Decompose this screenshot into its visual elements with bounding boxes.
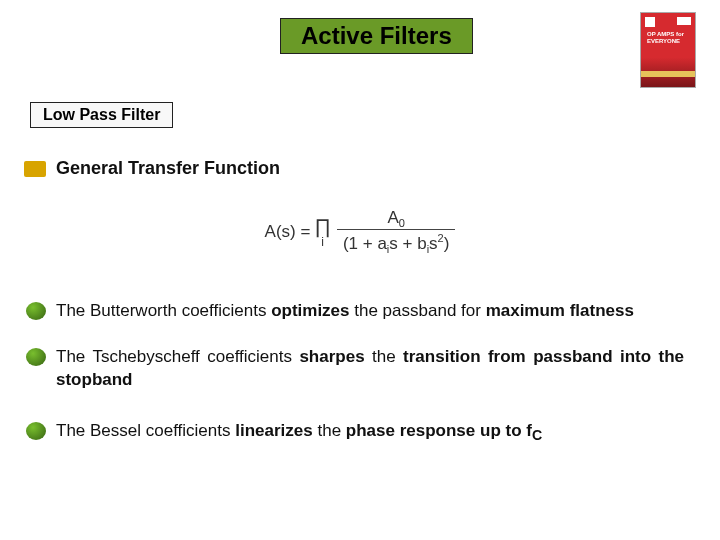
book-title: OP AMPS forEVERYONE xyxy=(647,31,684,45)
section-title: Low Pass Filter xyxy=(30,102,173,128)
bullet-text-bessel: The Bessel coefficients linearizes the p… xyxy=(56,420,542,446)
heading-row: General Transfer Function xyxy=(24,158,684,179)
eq-fraction: A0 (1 + ais + bis2) xyxy=(337,208,456,255)
eq-denominator: (1 + ais + bis2) xyxy=(337,229,456,255)
bullet-text-tschebyscheff: The Tschebyscheff coefficients sharpes t… xyxy=(56,346,684,392)
green-bullet-icon xyxy=(26,302,46,320)
transfer-function-equation: A(s) = ∏ i A0 (1 + ais + bis2) xyxy=(0,208,720,255)
title-text: Active Filters xyxy=(301,22,452,49)
green-bullet-icon xyxy=(26,422,46,440)
bullet-row-butterworth: The Butterworth coefficients optimizes t… xyxy=(24,300,684,323)
page-title: Active Filters xyxy=(280,18,473,54)
bullet-row-tschebyscheff: The Tschebyscheff coefficients sharpes t… xyxy=(24,346,684,392)
heading-text: General Transfer Function xyxy=(56,158,280,179)
bullet-text-butterworth: The Butterworth coefficients optimizes t… xyxy=(56,300,634,323)
book-cover-image: OP AMPS forEVERYONE xyxy=(640,12,696,88)
heading-bullet-icon xyxy=(24,161,46,177)
book-badge-icon xyxy=(645,17,655,27)
eq-lhs: A(s) = xyxy=(265,222,311,242)
book-flag-icon xyxy=(677,17,691,25)
bullet-row-bessel: The Bessel coefficients linearizes the p… xyxy=(24,420,684,446)
product-index: i xyxy=(321,236,324,248)
book-band xyxy=(641,71,695,77)
product-symbol: ∏ i xyxy=(314,216,330,248)
section-text: Low Pass Filter xyxy=(43,106,160,123)
green-bullet-icon xyxy=(26,348,46,366)
pi-icon: ∏ xyxy=(314,216,330,236)
eq-numerator: A0 xyxy=(381,208,410,229)
